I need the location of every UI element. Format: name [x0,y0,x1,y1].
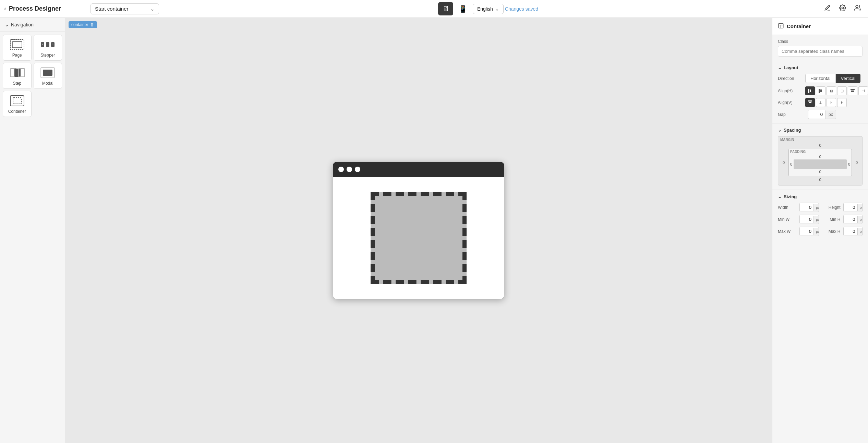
width-row: Width px Height px [778,203,863,212]
sidebar-item-page-label: Page [12,53,22,58]
svg-rect-20 [810,89,811,92]
align-h-btn-4[interactable] [848,86,857,95]
sidebar-item-container[interactable]: Container [3,91,32,117]
width-input[interactable] [800,203,813,212]
svg-rect-3 [12,41,22,48]
align-v-btn-2[interactable]: ⊦ [827,98,836,107]
gap-label: Gap [778,112,805,117]
container-select[interactable]: Start container ⌄ [91,3,159,14]
height-label: Height [822,205,841,210]
min-w-input[interactable] [800,215,813,224]
sidebar-item-modal[interactable]: Modal [34,63,62,89]
layout-header[interactable]: ⌄ Layout [778,65,863,70]
window-dot-3 [355,167,360,172]
margin-bottom-value[interactable]: 0 [780,176,860,183]
direction-vertical-button[interactable]: Vertical [836,74,861,83]
max-h-unit: px [857,228,863,235]
svg-rect-15 [13,98,21,104]
padding-right-value[interactable]: 0 [848,162,850,166]
sidebar-grid: Page ‹ › Stepper [0,32,65,120]
window-dot-1 [338,167,344,172]
panel-header: Container [772,18,868,35]
width-unit: px [813,204,819,211]
window-mockup [333,162,504,299]
class-input[interactable] [778,46,863,57]
min-h-input[interactable] [844,215,857,224]
align-h-btn-3[interactable]: ⊡ [837,86,847,95]
align-h-btn-5[interactable]: ⊣ [858,86,868,95]
sidebar-item-step[interactable]: Step [3,63,32,89]
sizing-label: Sizing [784,194,797,199]
align-v-label: Align(V) [778,100,805,105]
layout-section: ⌄ Layout Direction Horizontal Vertical A… [772,61,868,123]
min-h-label: Min H [822,217,841,222]
topbar-center: 🖥 📱 English ⌄ Changes saved [438,2,538,16]
sizing-section: ⌄ Sizing Width px Height px Min W [772,190,868,243]
gap-row: Gap px [778,110,863,119]
min-h-input-group: px [843,215,863,224]
app-title: Process Designer [9,5,61,12]
margin-label: MARGIN [780,138,794,142]
step-icon [9,67,25,79]
gap-input[interactable] [808,110,825,119]
spacing-header[interactable]: ⌄ Spacing [778,128,863,133]
gap-input-group: px [808,110,836,119]
sidebar-nav-header[interactable]: ⌄ Navigation [0,18,65,32]
svg-rect-19 [808,89,809,93]
sidebar-item-page[interactable]: Page [3,35,32,61]
align-v-btn-1[interactable]: ⊥ [816,98,825,107]
dashed-border [371,192,467,284]
height-input[interactable] [844,203,857,212]
panel-header-label: Container [787,23,811,29]
canvas-content [65,18,772,443]
container-select-label: Start container [95,6,129,12]
language-select[interactable]: English ⌄ [473,4,504,14]
align-h-btn-0[interactable] [805,86,815,95]
align-v-btn-0[interactable] [805,98,815,107]
direction-buttons: Horizontal Vertical [805,74,860,83]
sidebar-item-stepper[interactable]: ‹ › Stepper [34,35,62,61]
direction-label: Direction [778,76,805,81]
canvas[interactable]: container 🗑 [65,18,772,443]
svg-point-1 [856,5,858,8]
align-h-btn-1[interactable] [816,86,825,95]
margin-right-value[interactable]: 0 [853,160,860,165]
max-w-label: Max W [778,229,797,234]
direction-horizontal-button[interactable]: Horizontal [805,74,836,83]
inner-content-box [794,159,847,169]
height-input-group: px [843,203,863,212]
container-icon [9,95,25,107]
margin-left-value[interactable]: 0 [780,160,787,165]
svg-text:‹: ‹ [42,43,43,46]
modal-icon [39,67,56,79]
back-button[interactable]: ‹ [4,5,6,12]
delete-icon[interactable]: 🗑 [90,22,94,27]
nav-chevron-icon: ⌄ [5,22,9,27]
max-w-input[interactable] [800,227,813,236]
desktop-device-button[interactable]: 🖥 [438,2,453,15]
settings-button[interactable] [836,2,849,16]
sidebar-item-step-label: Step [13,81,21,86]
max-h-label: Max H [822,229,841,234]
align-h-btn-2[interactable]: ⊠ [827,86,836,95]
lang-chevron-icon: ⌄ [495,6,499,12]
right-panel: Container Class ⌄ Layout Direction Horiz… [772,18,868,443]
svg-point-0 [842,7,844,9]
width-label: Width [778,205,797,210]
changes-saved-status: Changes saved [505,6,538,12]
container-tag-label: container [71,22,88,27]
max-h-input[interactable] [844,227,857,236]
padding-left-value[interactable]: 0 [790,162,792,166]
max-h-input-group: px [843,227,863,236]
pen-button[interactable] [821,2,834,16]
mobile-device-button[interactable]: 📱 [455,2,471,16]
sizing-header[interactable]: ⌄ Sizing [778,194,863,199]
stepper-icon: ‹ › [39,38,56,51]
padding-middle: 0 0 [790,159,850,169]
min-h-unit: px [857,216,863,223]
margin-middle: 0 PADDING 0 0 0 0 0 [780,149,860,176]
users-button[interactable] [852,2,864,16]
align-v-btn-3[interactable]: ⊧ [837,98,847,107]
svg-rect-23 [851,89,855,90]
padding-bottom-value[interactable]: 0 [790,169,850,175]
